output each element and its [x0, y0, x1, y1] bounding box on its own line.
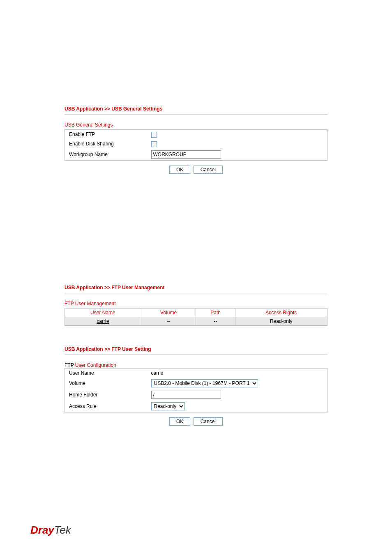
cell-volume: --	[141, 317, 196, 325]
table-row: carrie -- -- Read-only	[65, 317, 327, 325]
volume-select[interactable]: USB2.0 - Mobile Disk (1) - 1967M - PORT …	[151, 379, 258, 387]
section-subtitle: USB General Settings	[65, 122, 327, 128]
volume-label: Volume	[65, 378, 147, 389]
col-access-rights: Access Rights	[235, 308, 327, 317]
section-subtitle: FTP User Management	[65, 301, 327, 306]
logo-tek: Tek	[54, 524, 71, 536]
draytek-logo: DrayTek	[30, 524, 71, 537]
access-rule-label: Access Rule	[65, 401, 147, 412]
ftp-user-management-section: USB Application >> FTP User Management F…	[65, 285, 327, 326]
home-folder-input[interactable]	[151, 391, 221, 399]
col-username: User Name	[65, 308, 141, 317]
workgroup-name-input[interactable]	[151, 150, 221, 159]
config-title-rest: User Configuration	[75, 362, 116, 368]
home-folder-label: Home Folder	[65, 389, 147, 401]
settings-table: Enable FTP Enable Disk Sharing Workgroup…	[65, 129, 327, 161]
username-label: User Name	[65, 368, 147, 378]
config-title-prefix: FTP	[65, 362, 75, 368]
workgroup-name-label: Workgroup Name	[65, 149, 147, 161]
ftp-user-setting-section: USB Application >> FTP User Setting FTP …	[65, 346, 327, 426]
enable-ftp-checkbox[interactable]	[151, 132, 157, 138]
cancel-button[interactable]: Cancel	[194, 417, 223, 426]
cancel-button[interactable]: Cancel	[194, 166, 223, 174]
username-value: carrie	[147, 368, 327, 378]
config-title: FTP User Configuration	[65, 362, 327, 368]
cell-access-rights: Read-only	[235, 317, 327, 325]
breadcrumb: USB Application >> FTP User Setting	[65, 346, 327, 355]
user-management-table: User Name Volume Path Access Rights carr…	[65, 308, 327, 326]
breadcrumb: USB Application >> FTP User Management	[65, 285, 327, 293]
button-row: OK Cancel	[65, 417, 327, 426]
col-path: Path	[196, 308, 235, 317]
ok-button[interactable]: OK	[169, 417, 190, 426]
cell-path: --	[196, 317, 235, 325]
breadcrumb: USB Application >> USB General Settings	[65, 106, 327, 115]
usb-general-settings-section: USB Application >> USB General Settings …	[65, 106, 327, 174]
access-rule-select[interactable]: Read-only	[151, 402, 185, 410]
ok-button[interactable]: OK	[169, 166, 190, 174]
user-link[interactable]: carrie	[97, 318, 109, 324]
table-header-row: User Name Volume Path Access Rights	[65, 308, 327, 317]
user-config-table: User Name carrie Volume USB2.0 - Mobile …	[65, 368, 327, 412]
button-row: OK Cancel	[65, 166, 327, 174]
enable-disk-sharing-checkbox[interactable]	[151, 141, 157, 147]
col-volume: Volume	[141, 308, 196, 317]
logo-dray: Dray	[30, 524, 54, 536]
enable-disk-sharing-label: Enable Disk Sharing	[65, 139, 147, 149]
enable-ftp-label: Enable FTP	[65, 130, 147, 139]
